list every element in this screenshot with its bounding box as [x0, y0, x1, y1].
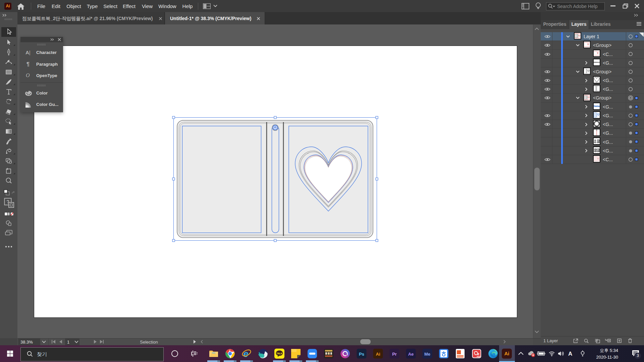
svg-text:Ai: Ai: [376, 352, 380, 357]
svg-text:TALK: TALK: [276, 352, 282, 355]
svg-text:Ae: Ae: [408, 352, 414, 357]
svg-text:Pr: Pr: [392, 352, 397, 357]
svg-text:Me: Me: [424, 352, 430, 357]
svg-text:PDF: PDF: [477, 356, 481, 358]
svg-text:Ps: Ps: [359, 352, 364, 357]
